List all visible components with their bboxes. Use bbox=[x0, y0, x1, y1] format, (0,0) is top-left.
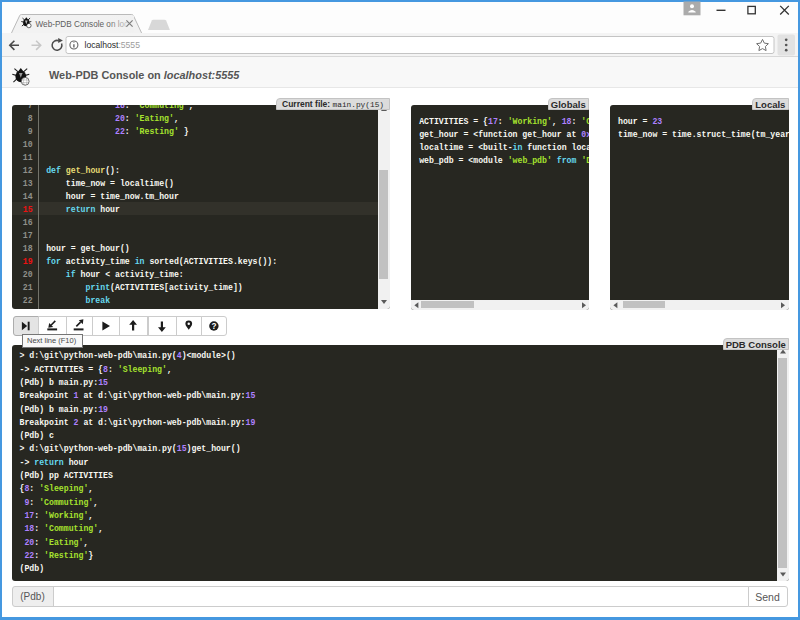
svg-text:?: ? bbox=[211, 322, 216, 331]
svg-text:localhost:5555: localhost:5555 bbox=[85, 40, 141, 50]
